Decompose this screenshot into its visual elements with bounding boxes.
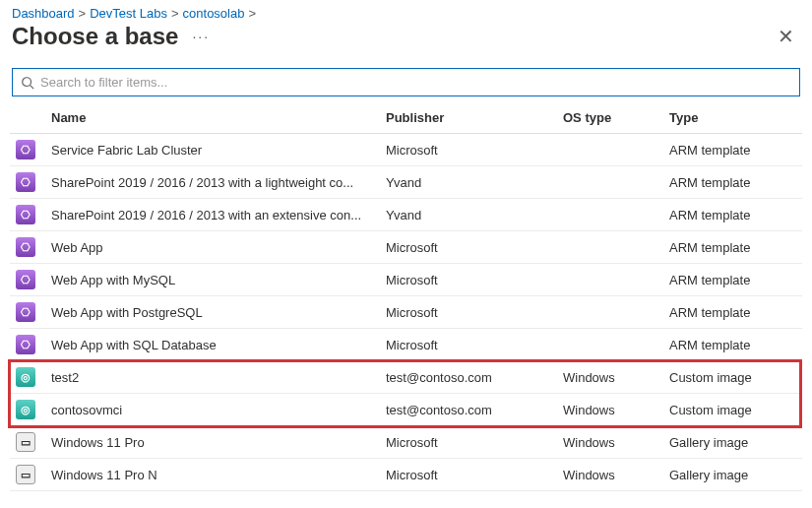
- breadcrumb-link[interactable]: Dashboard: [12, 6, 75, 21]
- page-title: Choose a base: [12, 23, 178, 50]
- cell-name: Service Fabric Lab Cluster: [45, 134, 380, 166]
- arm-icon: ⎔: [16, 140, 35, 159]
- svg-point-0: [23, 77, 31, 86]
- arm-icon: ⎔: [16, 270, 35, 289]
- cell-publisher: Yvand: [380, 199, 557, 231]
- results-table-wrap: Name Publisher OS type Type ⎔Service Fab…: [10, 104, 802, 491]
- cell-name: Windows 11 Pro N: [45, 459, 380, 491]
- cell-name: test2: [45, 361, 380, 394]
- cell-os: [557, 231, 663, 264]
- chevron-right-icon: >: [79, 6, 87, 21]
- svg-line-1: [31, 85, 34, 89]
- cell-type: Custom image: [663, 394, 802, 426]
- col-publisher[interactable]: Publisher: [380, 104, 557, 134]
- cell-type: Gallery image: [663, 459, 802, 491]
- search-input[interactable]: [40, 73, 791, 92]
- gallery-icon: ▭: [16, 432, 35, 452]
- cell-type: ARM template: [663, 296, 802, 329]
- col-os[interactable]: OS type: [557, 104, 663, 134]
- cell-publisher: Microsoft: [380, 231, 557, 264]
- cell-publisher: Yvand: [380, 166, 557, 199]
- cell-publisher: test@contoso.com: [380, 394, 557, 426]
- gallery-icon: ▭: [16, 465, 35, 484]
- breadcrumb: Dashboard>DevTest Labs>contosolab>: [12, 6, 802, 21]
- cell-os: Windows: [557, 394, 663, 426]
- chevron-right-icon: >: [248, 6, 256, 21]
- table-row[interactable]: ⎔Web App with MySQLMicrosoftARM template: [10, 264, 802, 296]
- cell-publisher: Microsoft: [380, 264, 557, 296]
- table-row[interactable]: ⎔SharePoint 2019 / 2016 / 2013 with a li…: [10, 166, 802, 199]
- cell-os: [557, 264, 663, 296]
- chevron-right-icon: >: [171, 6, 179, 21]
- table-row[interactable]: ⎔Web AppMicrosoftARM template: [10, 231, 802, 264]
- cell-name: SharePoint 2019 / 2016 / 2013 with an ex…: [45, 199, 380, 231]
- arm-icon: ⎔: [16, 205, 35, 224]
- cell-type: ARM template: [663, 166, 802, 199]
- cell-type: Custom image: [663, 361, 802, 394]
- table-row[interactable]: ⎔Web App with PostgreSQLMicrosoftARM tem…: [10, 296, 802, 329]
- table-row[interactable]: ◎contosovmcitest@contoso.comWindowsCusto…: [10, 394, 802, 426]
- table-row[interactable]: ⎔Service Fabric Lab ClusterMicrosoftARM …: [10, 134, 802, 166]
- cell-os: [557, 329, 663, 361]
- cell-os: [557, 199, 663, 231]
- cell-type: Gallery image: [663, 426, 802, 459]
- cell-name: Windows 11 Pro: [45, 426, 380, 459]
- cell-os: Windows: [557, 459, 663, 491]
- cell-name: Web App with PostgreSQL: [45, 296, 380, 329]
- cell-os: Windows: [557, 426, 663, 459]
- more-actions-button[interactable]: ···: [188, 25, 214, 48]
- cell-name: contosovmci: [45, 394, 380, 426]
- cell-publisher: Microsoft: [380, 329, 557, 361]
- table-row[interactable]: ⎔SharePoint 2019 / 2016 / 2013 with an e…: [10, 199, 802, 231]
- cell-publisher: Microsoft: [380, 134, 557, 166]
- cell-publisher: Microsoft: [380, 426, 557, 459]
- cell-os: Windows: [557, 361, 663, 394]
- cell-publisher: test@contoso.com: [380, 361, 557, 394]
- arm-icon: ⎔: [16, 237, 35, 257]
- cell-type: ARM template: [663, 264, 802, 296]
- cell-name: Web App with MySQL: [45, 264, 380, 296]
- arm-icon: ⎔: [16, 302, 35, 322]
- cell-type: ARM template: [663, 231, 802, 264]
- breadcrumb-link[interactable]: contosolab: [183, 6, 245, 21]
- arm-icon: ⎔: [16, 172, 35, 192]
- cell-type: ARM template: [663, 329, 802, 361]
- cell-publisher: Microsoft: [380, 459, 557, 491]
- breadcrumb-link[interactable]: DevTest Labs: [90, 6, 167, 21]
- cell-os: [557, 134, 663, 166]
- search-box[interactable]: [12, 68, 800, 96]
- arm-icon: ⎔: [16, 335, 35, 354]
- cell-name: Web App with SQL Database: [45, 329, 380, 361]
- col-name[interactable]: Name: [45, 104, 380, 134]
- cell-type: ARM template: [663, 134, 802, 166]
- custom-icon: ◎: [16, 400, 35, 419]
- cell-type: ARM template: [663, 199, 802, 231]
- cell-name: SharePoint 2019 / 2016 / 2013 with a lig…: [45, 166, 380, 199]
- table-row[interactable]: ⎔Web App with SQL DatabaseMicrosoftARM t…: [10, 329, 802, 361]
- table-row[interactable]: ▭Windows 11 Pro NMicrosoftWindowsGallery…: [10, 459, 802, 491]
- col-type[interactable]: Type: [663, 104, 802, 134]
- results-table: Name Publisher OS type Type ⎔Service Fab…: [10, 104, 802, 491]
- cell-publisher: Microsoft: [380, 296, 557, 329]
- cell-name: Web App: [45, 231, 380, 264]
- col-icon: [10, 104, 45, 134]
- page-header: Choose a base ··· ✕: [12, 23, 800, 50]
- close-button[interactable]: ✕: [772, 23, 800, 50]
- search-icon: [21, 76, 34, 90]
- table-row[interactable]: ◎test2test@contoso.comWindowsCustom imag…: [10, 361, 802, 394]
- custom-icon: ◎: [16, 367, 35, 387]
- cell-os: [557, 166, 663, 199]
- cell-os: [557, 296, 663, 329]
- table-row[interactable]: ▭Windows 11 ProMicrosoftWindowsGallery i…: [10, 426, 802, 459]
